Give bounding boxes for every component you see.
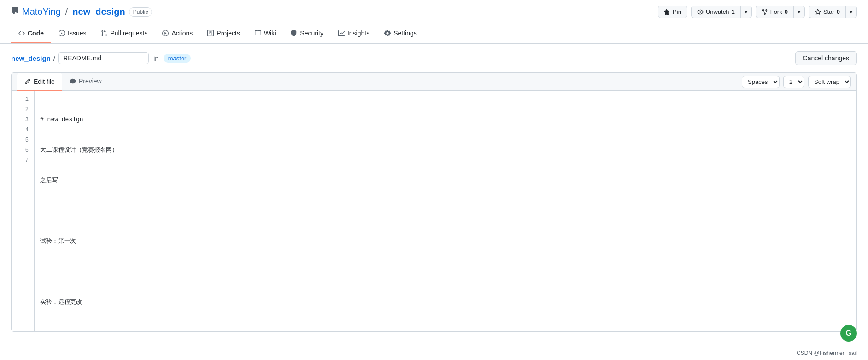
branch-badge: master	[164, 54, 191, 63]
star-count: 0	[837, 8, 840, 15]
star-button[interactable]: Star 0	[809, 6, 845, 18]
fork-dropdown[interactable]: ▾	[793, 6, 805, 18]
fork-count: 0	[785, 8, 788, 15]
repo-name-link[interactable]: new_design	[72, 6, 125, 17]
breadcrumb-sep: /	[53, 54, 55, 62]
code-line-2: 大二课程设计（竞赛报名网）	[40, 145, 851, 155]
top-actions: Pin Unwatch 1 ▾ Fork 0 ▾	[658, 6, 857, 18]
star-icon	[815, 9, 821, 15]
eye-icon	[697, 9, 704, 15]
star-dropdown[interactable]: ▾	[845, 6, 857, 18]
unwatch-count: 1	[731, 8, 734, 15]
repo-owner-link[interactable]: MatoYing	[22, 6, 61, 17]
line-num-6: 6	[12, 145, 34, 155]
star-label: Star	[823, 8, 834, 15]
code-line-4	[40, 206, 851, 216]
cancel-changes-button[interactable]: Cancel changes	[795, 51, 857, 65]
settings-icon	[384, 30, 391, 36]
line-num-7: 7	[12, 155, 34, 165]
code-line-7: 实验：远程更改	[40, 297, 851, 307]
spaces-select[interactable]: Spaces Tabs	[742, 76, 780, 88]
code-line-6	[40, 267, 851, 277]
wiki-icon	[255, 30, 261, 36]
nav-tabs: Code Issues Pull requests Actions Projec…	[0, 24, 868, 44]
repo-separator: /	[65, 6, 68, 17]
fork-button[interactable]: Fork 0	[756, 6, 793, 18]
editor-tabs: Edit file Preview Spaces Tabs 2 4 8 Soft…	[12, 73, 856, 91]
unwatch-group: Unwatch 1 ▾	[691, 6, 752, 18]
breadcrumb-repo-link[interactable]: new_design	[11, 54, 51, 62]
filename-input[interactable]	[58, 52, 149, 64]
code-line-1: # new_design	[40, 115, 851, 125]
projects-icon	[207, 30, 214, 36]
repo-icon	[11, 7, 18, 17]
line-num-1: 1	[12, 94, 34, 105]
code-line-5: 试验：第一次	[40, 236, 851, 247]
line-num-4: 4	[12, 125, 34, 135]
breadcrumb-bar: new_design / in master Cancel changes	[0, 44, 868, 72]
preview-icon	[70, 78, 76, 84]
breadcrumb: new_design / in master	[11, 52, 191, 64]
tab-security[interactable]: Security	[283, 24, 331, 43]
line-num-5: 5	[12, 135, 34, 145]
code-editor[interactable]: # new_design 大二课程设计（竞赛报名网） 之后写 试验：第一次 实验…	[35, 91, 856, 331]
editor-container: Edit file Preview Spaces Tabs 2 4 8 Soft…	[11, 72, 857, 332]
tab-insights[interactable]: Insights	[331, 24, 377, 43]
fork-icon	[762, 9, 768, 15]
editor-tab-group: Edit file Preview	[17, 73, 109, 90]
issues-icon	[59, 30, 65, 36]
code-icon	[18, 30, 25, 36]
pin-icon	[664, 9, 670, 15]
unwatch-dropdown[interactable]: ▾	[740, 6, 752, 18]
repo-title: MatoYing / new_design Public	[11, 6, 152, 17]
unwatch-label: Unwatch	[706, 8, 729, 15]
fork-group: Fork 0 ▾	[756, 6, 805, 18]
code-line-3: 之后写	[40, 176, 851, 186]
tab-pull-requests[interactable]: Pull requests	[94, 24, 155, 43]
editor-controls: Spaces Tabs 2 4 8 Soft wrap No wrap	[742, 76, 851, 88]
edit-icon	[24, 78, 31, 85]
tab-edit-file[interactable]: Edit file	[17, 73, 62, 91]
breadcrumb-in-label: in	[153, 54, 159, 62]
pull-request-icon	[101, 30, 107, 36]
star-group: Star 0 ▾	[809, 6, 857, 18]
tab-settings[interactable]: Settings	[377, 24, 424, 43]
tab-issues[interactable]: Issues	[51, 24, 94, 43]
top-bar: MatoYing / new_design Public Pin Unwatch…	[0, 0, 868, 24]
pin-button[interactable]: Pin	[658, 6, 687, 18]
tab-projects[interactable]: Projects	[200, 24, 247, 43]
line-numbers: 1 2 3 4 5 6 7	[12, 91, 35, 331]
tab-preview[interactable]: Preview	[62, 73, 109, 90]
tab-actions[interactable]: Actions	[155, 24, 200, 43]
fork-label: Fork	[770, 8, 782, 15]
tab-wiki[interactable]: Wiki	[247, 24, 283, 43]
soft-wrap-select[interactable]: Soft wrap No wrap	[808, 76, 851, 88]
actions-icon	[162, 30, 169, 36]
security-icon	[291, 30, 297, 36]
unwatch-button[interactable]: Unwatch 1	[691, 6, 740, 18]
line-num-2: 2	[12, 105, 34, 115]
tab-code[interactable]: Code	[11, 24, 51, 43]
pin-label: Pin	[673, 8, 681, 15]
public-badge: Public	[129, 7, 152, 17]
insights-icon	[338, 30, 345, 36]
line-num-3: 3	[12, 115, 34, 125]
indent-select[interactable]: 2 4 8	[783, 76, 804, 88]
code-area: 1 2 3 4 5 6 7 # new_design 大二课程设计（竞赛报名网）…	[12, 91, 856, 331]
